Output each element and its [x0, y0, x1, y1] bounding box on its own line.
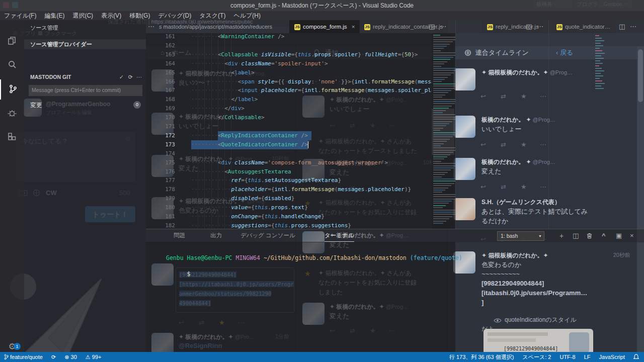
token: intl [275, 186, 288, 193]
language-mode[interactable]: JavaScript [599, 352, 625, 362]
editor-more-icon[interactable]: ⋯ [630, 20, 636, 33]
token: } [321, 213, 325, 220]
minimap-line [595, 83, 605, 84]
tab-quote_indicator…[interactable]: JSquote_indicator… [551, 20, 615, 33]
split-editor-icon[interactable]: ◫ [429, 20, 435, 33]
debug-icon[interactable] [0, 104, 24, 124]
token: messages [418, 78, 432, 85]
errors-status[interactable]: ⊗ 30 [64, 352, 77, 362]
minimap-line [595, 70, 604, 71]
maximize-panel-icon[interactable]: ^ [602, 229, 606, 242]
editor-more-icon[interactable]: ⋯ [537, 20, 543, 33]
more-actions-icon[interactable]: ⋯ [136, 74, 142, 80]
tab-close-icon[interactable]: × [350, 24, 355, 30]
providers-section-header[interactable]: ソース管理プロバイダー [24, 39, 146, 49]
token: ············ [191, 195, 231, 202]
kill-terminal-icon[interactable] [587, 233, 592, 239]
source-control-icon[interactable] [0, 79, 25, 100]
maximize-button[interactable] [610, 0, 627, 10]
menu-選択(C)[interactable]: 選択(C) [68, 11, 97, 20]
branch-name: feature/quote [10, 354, 43, 360]
new-terminal-icon[interactable]: + [559, 229, 564, 242]
panel-tab-問題[interactable]: 問題 [174, 229, 185, 241]
notifications-bell-icon[interactable] [633, 354, 639, 360]
code-line-168: 168············</label> [146, 95, 432, 104]
menu-編集(E)[interactable]: 編集(E) [40, 11, 68, 20]
encoding-setting[interactable]: UTF-8 [559, 352, 575, 362]
split-editor-icon[interactable]: ◫ [619, 20, 625, 33]
code-area[interactable]: 161········<WarningContainer />162163···… [146, 33, 432, 229]
token: this [298, 51, 311, 58]
sync-icon[interactable]: ⟳ [51, 352, 56, 362]
token: ={ [258, 195, 264, 202]
source-control-sidebar: ソース管理 ソース管理プロバイダー MASTODON GIT ✓ ⟳ ⋯ Mes… [24, 20, 146, 352]
minimap[interactable] [432, 33, 454, 229]
code-line-167: 167··············<input·placeholder={int… [146, 86, 432, 95]
minimap-line [433, 205, 446, 206]
code-line-181: 181············onChange={this.handleChan… [146, 212, 432, 221]
terminal-panel[interactable]: Genbu Hase@Genbu-PC MINGW64 ~/GitHub/git… [146, 242, 455, 352]
line-number: 173 [146, 140, 175, 149]
minimap-line [433, 90, 451, 91]
menu-表示(V)[interactable]: 表示(V) [97, 11, 125, 20]
editor-more-icon[interactable]: ⋯ [440, 20, 446, 33]
code-line-175: 175········<div·className='compose-form_… [146, 158, 432, 167]
token: Collapsable [221, 51, 258, 58]
vscode-titlebar[interactable]: compose_form.js - Mastodon (ワークスペース) - V… [0, 0, 644, 11]
token: </ [224, 105, 231, 112]
search-icon[interactable] [0, 55, 24, 75]
status-right: 行 173、列 36 (63 個選択) スペース: 2 UTF-8 LF Jav… [449, 352, 639, 362]
minimize-button[interactable] [593, 0, 610, 10]
eol-setting[interactable]: LF [584, 352, 591, 362]
minimap-line [433, 190, 445, 191]
close-panel-icon[interactable]: × [630, 229, 634, 242]
minimap-line [595, 35, 599, 36]
breadcrumb-more-icon[interactable]: ⋯ [148, 20, 154, 33]
code-line-180: 180············value={this.props.text} [146, 203, 432, 212]
code-editor[interactable]: 161········<WarningContainer />162163···… [146, 33, 455, 229]
code-text: ········</Collapsable> [191, 113, 265, 122]
panel-layout-icon[interactable]: ▣ [616, 229, 622, 242]
close-button[interactable] [627, 0, 644, 10]
minimap-line [433, 199, 455, 200]
minimap-line [433, 74, 451, 75]
token: ············ [191, 186, 231, 193]
terminal-shell-select[interactable]: 1: bash ▼ [497, 231, 544, 241]
indent-setting[interactable]: スペース: 2 [522, 352, 551, 362]
minimap-line [433, 203, 449, 204]
panel-tab-出力[interactable]: 出力 [210, 229, 222, 241]
token: } [338, 177, 341, 184]
changes-row[interactable]: 変更 0 [24, 100, 146, 111]
extensions-icon[interactable] [0, 128, 24, 148]
token: input [241, 87, 258, 94]
commit-check-icon[interactable]: ✓ [119, 74, 124, 80]
minimap-line [433, 165, 455, 166]
menu-タスク(T)[interactable]: タスク(T) [195, 11, 229, 20]
commit-message-input[interactable]: Message (press Ctrl+Enter to commit) [28, 84, 143, 97]
code-text: ··············<span·style={{·display:·'n… [191, 77, 432, 86]
token: div [221, 159, 231, 166]
menu-デバッグ(D)[interactable]: デバッグ(D) [154, 11, 195, 20]
token: < [218, 51, 221, 58]
warnings-status[interactable]: ⚠ 99+ [86, 352, 102, 362]
refresh-icon[interactable]: ⟳ [128, 74, 133, 80]
explorer-icon[interactable] [0, 31, 24, 51]
panel-tab-デバッグ コンソール[interactable]: デバッグ コンソール [240, 229, 295, 241]
menu-ファイル(F)[interactable]: ファイル(F) [0, 11, 40, 20]
split-editor-icon[interactable]: ◫ [526, 20, 532, 33]
menu-ヘルプ(H)[interactable]: ヘルプ(H) [229, 11, 265, 20]
settings-badge-count: 1 [16, 344, 18, 349]
split-terminal-icon[interactable]: ◫ [573, 229, 579, 242]
tab-compose_form.js[interactable]: JScompose_form.js × [289, 20, 360, 33]
panel-tab-ターミナル[interactable]: ターミナル [325, 229, 354, 242]
branch-status[interactable]: feature/quote [4, 352, 43, 362]
menu-移動(G)[interactable]: 移動(G) [125, 11, 154, 20]
line-number: 169 [146, 104, 175, 113]
cursor-position[interactable]: 行 173、列 36 (63 個選択) [449, 352, 514, 362]
repo-section-header[interactable]: MASTODON GIT ✓ ⟳ ⋯ [24, 72, 146, 82]
token: > [251, 69, 255, 76]
minimap-line [595, 55, 601, 56]
minimap-viewport[interactable] [432, 109, 454, 155]
token: spoiler [335, 51, 358, 58]
tab-reply_indicator.js[interactable]: JSreply_indicator.js [482, 20, 544, 33]
